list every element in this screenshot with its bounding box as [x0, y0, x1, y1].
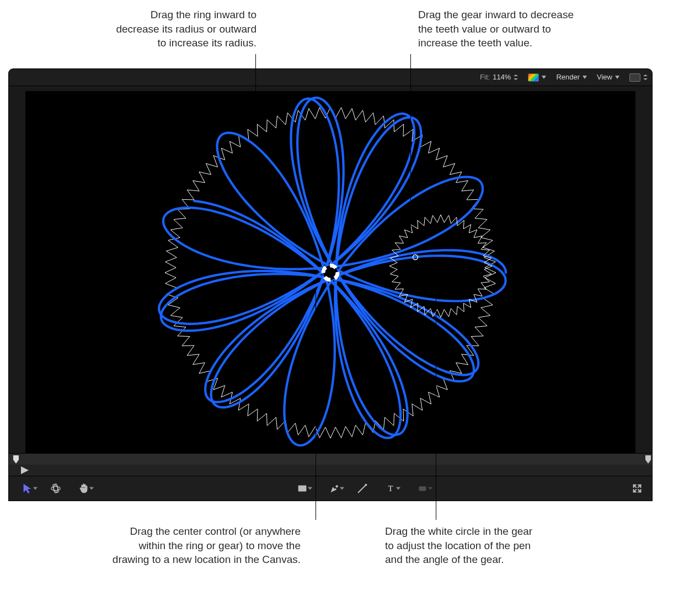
inner-gear-outline[interactable]	[389, 215, 492, 317]
text-tool[interactable]: T	[380, 481, 402, 496]
chevron-down-icon	[542, 76, 546, 79]
svg-point-2	[328, 270, 333, 275]
leader-pen	[436, 280, 436, 520]
fullscreen-toggle[interactable]	[630, 481, 644, 496]
callout-gear-teeth: Drag the gear inward to decrease the tee…	[418, 8, 639, 50]
leader-gear	[410, 54, 411, 242]
svg-point-11	[52, 483, 60, 493]
svg-point-14	[365, 484, 367, 486]
bezier-pen-tool[interactable]	[323, 481, 345, 496]
stepper-icon	[643, 75, 648, 80]
stepper-icon	[514, 75, 518, 80]
fit-value: 114%	[493, 72, 511, 82]
canvas-viewport[interactable]	[25, 91, 635, 454]
color-channel-popup[interactable]	[528, 73, 546, 82]
shape-rectangle-tool[interactable]	[291, 481, 313, 496]
canvas-tool-row: T	[9, 476, 652, 501]
callout-ring-radius: Drag the ring inward to decrease its rad…	[39, 8, 257, 50]
leader-center	[316, 287, 316, 520]
spiro-drawing-svg	[25, 91, 635, 454]
fit-label: Fit:	[480, 72, 490, 82]
paint-stroke-tool[interactable]	[355, 481, 370, 496]
chevron-down-icon	[615, 76, 619, 79]
view-layout-icon	[629, 73, 640, 82]
svg-rect-3	[9, 454, 652, 465]
mask-tool[interactable]	[412, 481, 434, 496]
render-menu[interactable]: Render	[556, 72, 587, 82]
callout-center-control: Drag the center control (or anywhere wit…	[50, 524, 301, 567]
leader-ring	[255, 54, 256, 116]
select-tool[interactable]	[17, 481, 39, 496]
center-control[interactable]	[323, 265, 338, 280]
render-label: Render	[556, 72, 580, 82]
canvas-topbar: Fit: 114% Render View	[9, 69, 652, 86]
color-channel-icon	[528, 73, 539, 82]
view-layout-popup[interactable]	[629, 73, 648, 82]
mini-timeline[interactable]	[9, 453, 652, 476]
view-label: View	[597, 72, 612, 82]
svg-rect-4	[9, 465, 652, 476]
svg-text:T: T	[388, 484, 393, 493]
svg-rect-16	[419, 486, 426, 491]
view-menu[interactable]: View	[597, 72, 619, 82]
transform-3d-tool[interactable]	[49, 481, 63, 496]
svg-rect-12	[298, 486, 307, 492]
chevron-down-icon	[583, 76, 587, 79]
callout-pen-circle: Drag the white circle in the gear to adj…	[385, 524, 617, 567]
canvas-window: Fit: 114% Render View	[9, 69, 652, 501]
pan-tool[interactable]	[73, 481, 95, 496]
svg-point-9	[51, 486, 61, 490]
zoom-fit-control[interactable]: Fit: 114%	[480, 72, 518, 82]
